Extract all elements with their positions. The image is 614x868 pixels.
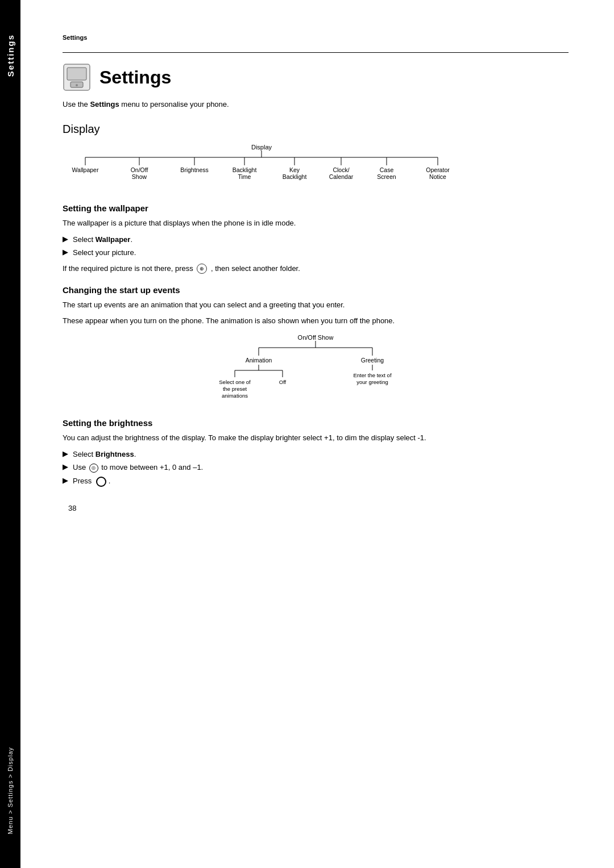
svg-point-3 [76,84,78,86]
brightness-arrow-1: ▶ [63,449,68,458]
bullet-item-1: ▶ Select Wallpaper. [63,234,569,245]
svg-text:Backlight: Backlight [283,173,307,180]
bullet-text-2: Select your picture. [73,247,569,258]
side-tab: Settings Menu > Settings > Display [0,0,20,868]
settings-icon [63,63,91,91]
svg-text:your greeting: your greeting [356,379,388,385]
side-tab-bottom-label: Menu > Settings > Display [7,747,14,834]
brightness-arrow-2: ▶ [63,462,68,471]
wallpaper-bullets: ▶ Select Wallpaper. ▶ Select your pictur… [63,234,569,258]
wallpaper-heading: Setting the wallpaper [63,203,569,213]
svg-text:Calendar: Calendar [329,173,354,180]
brightness-text-2: Use ◎ to move between +1, 0 and –1. [73,462,569,473]
svg-text:Key: Key [289,166,300,173]
brightness-bullet-1: ▶ Select Brightness. [63,449,569,460]
startup-para1: The start up events are an animation tha… [63,299,569,311]
title-section: Settings [63,63,569,91]
svg-text:On/Off: On/Off [131,166,148,173]
page-number: 38 [63,504,569,512]
svg-text:Clock/: Clock/ [333,166,349,173]
svg-text:Show: Show [132,173,147,180]
bullet-text-1: Select Wallpaper. [73,234,569,245]
svg-text:Notice: Notice [429,173,446,180]
folder-icon: ⊕ [197,264,207,274]
brightness-bullet-2: ▶ Use ◎ to move between +1, 0 and –1. [63,462,569,473]
onoff-tree: On/Off Show Animation Greeting Select on… [208,333,424,408]
brightness-text-3: Press . [73,475,569,487]
side-tab-top-label: Settings [6,34,15,77]
nav-icon: ◎ [89,464,98,473]
svg-text:Operator: Operator [426,166,450,173]
svg-text:the preset: the preset [223,386,247,392]
onoff-tree-svg: On/Off Show Animation Greeting Select on… [208,333,424,407]
svg-text:Display: Display [251,144,272,151]
svg-text:On/Off Show: On/Off Show [298,334,334,341]
startup-heading: Changing the start up events [63,285,569,295]
svg-text:Off: Off [279,379,287,385]
main-content: Settings Settings Use the Settings menu … [28,0,614,558]
svg-text:Brightness: Brightness [180,166,209,173]
bullet-arrow-1: ▶ [63,235,68,243]
page-title: Settings [99,67,171,88]
svg-text:Enter the text of: Enter the text of [353,372,391,378]
brightness-bullet-3: ▶ Press . [63,475,569,487]
svg-text:Screen: Screen [377,173,396,180]
brightness-text-1: Select Brightness. [73,449,569,460]
page-subtitle: Use the Settings menu to personalise you… [63,100,569,108]
svg-text:Backlight: Backlight [233,166,257,173]
svg-text:Select one of: Select one of [219,379,251,385]
svg-text:Wallpaper: Wallpaper [72,166,99,173]
svg-text:animations: animations [222,393,248,399]
svg-text:Greeting: Greeting [361,357,384,364]
svg-text:Case: Case [380,166,394,173]
svg-rect-1 [67,68,86,80]
wallpaper-para: The wallpaper is a picture that displays… [63,218,569,229]
svg-text:Animation: Animation [246,357,272,364]
brightness-heading: Setting the brightness [63,418,569,428]
divider [63,52,569,53]
brightness-para: You can adjust the brightness of the dis… [63,432,569,444]
breadcrumb: Settings [63,34,569,41]
display-tree: Display Wallpaper On/Off Show Brightness… [63,143,569,189]
settings-svg-icon [63,63,91,91]
display-tree-svg: Display Wallpaper On/Off Show Brightness… [63,143,460,188]
display-heading: Display [63,123,569,136]
svg-text:Time: Time [238,173,251,180]
ok-button-icon [96,477,106,487]
brightness-arrow-3: ▶ [63,476,68,485]
wallpaper-note: If the required picture is not there, pr… [63,263,569,275]
bullet-arrow-2: ▶ [63,248,68,256]
bullet-item-2: ▶ Select your picture. [63,247,569,258]
brightness-bullets: ▶ Select Brightness. ▶ Use ◎ to move bet… [63,449,569,487]
startup-para2: These appear when you turn on the phone.… [63,315,569,327]
